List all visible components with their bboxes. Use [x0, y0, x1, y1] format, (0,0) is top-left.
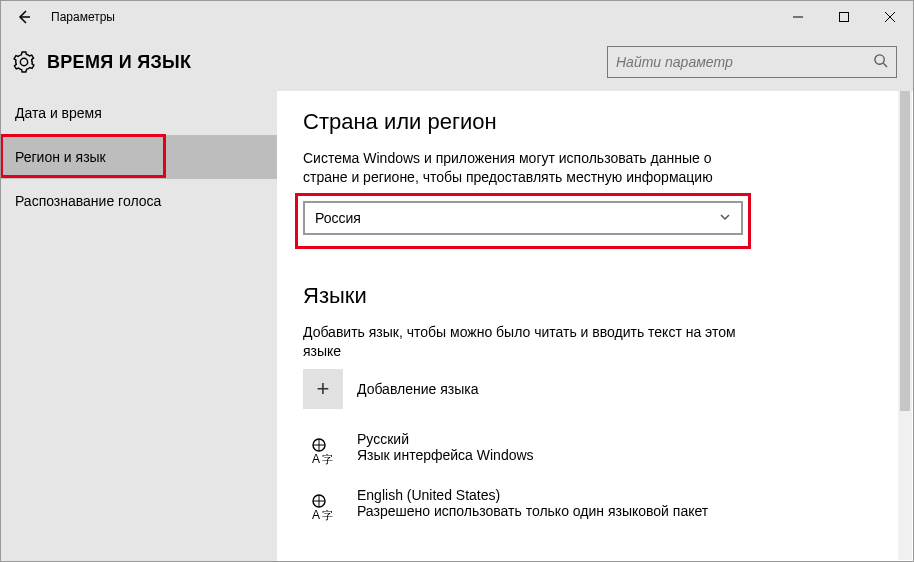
minimize-button[interactable] [775, 1, 821, 33]
page-heading: ВРЕМЯ И ЯЗЫК [47, 52, 191, 73]
country-value: Россия [315, 210, 361, 226]
language-name: English (United States) [357, 487, 708, 503]
close-button[interactable] [867, 1, 913, 33]
add-language-label: Добавление языка [357, 381, 479, 397]
sidebar-item-date-time[interactable]: Дата и время [1, 91, 277, 135]
search-input[interactable] [616, 54, 873, 70]
sidebar-item-region-language[interactable]: Регион и язык [1, 135, 277, 179]
svg-point-4 [875, 54, 884, 63]
language-name: Русский [357, 431, 534, 447]
region-description: Система Windows и приложения могут испол… [303, 149, 733, 187]
svg-text:字: 字 [322, 453, 333, 465]
sidebar-item-speech[interactable]: Распознавание голоса [1, 179, 277, 223]
search-icon [873, 53, 888, 72]
settings-gear-icon [1, 51, 47, 73]
sidebar-item-label: Регион и язык [15, 149, 106, 165]
language-icon: A字 [303, 431, 343, 471]
language-item[interactable]: A字 Русский Язык интерфейса Windows [303, 423, 887, 479]
svg-line-5 [883, 63, 887, 67]
language-icon: A字 [303, 487, 343, 527]
region-heading: Страна или регион [303, 109, 887, 135]
sidebar: Дата и время Регион и язык Распознавание… [1, 91, 277, 562]
search-box[interactable] [607, 46, 897, 78]
country-dropdown[interactable]: Россия [303, 201, 743, 235]
scrollbar-thumb[interactable] [900, 91, 910, 411]
svg-rect-1 [840, 13, 849, 22]
window-title: Параметры [47, 10, 775, 24]
language-subtitle: Язык интерфейса Windows [357, 447, 534, 463]
languages-heading: Языки [303, 283, 887, 309]
header-row: ВРЕМЯ И ЯЗЫК [1, 33, 913, 91]
back-button[interactable] [1, 1, 47, 33]
languages-description: Добавить язык, чтобы можно было читать и… [303, 323, 743, 361]
window-controls [775, 1, 913, 33]
scrollbar-vertical[interactable] [898, 91, 912, 560]
plus-icon: + [303, 369, 343, 409]
language-item[interactable]: A字 English (United States) Разрешено исп… [303, 479, 887, 535]
add-language-button[interactable]: + Добавление языка [303, 369, 887, 409]
sidebar-item-label: Распознавание голоса [15, 193, 161, 209]
language-subtitle: Разрешено использовать только один языко… [357, 503, 708, 519]
arrow-left-icon [16, 9, 32, 25]
content-area: Страна или регион Система Windows и прил… [277, 91, 913, 562]
chevron-down-icon [719, 210, 731, 226]
maximize-button[interactable] [821, 1, 867, 33]
language-list: A字 Русский Язык интерфейса Windows A字 En… [303, 423, 887, 535]
svg-text:A: A [312, 452, 320, 466]
svg-text:A: A [312, 508, 320, 522]
sidebar-item-label: Дата и время [15, 105, 102, 121]
title-bar: Параметры [1, 1, 913, 33]
svg-text:字: 字 [322, 509, 333, 521]
